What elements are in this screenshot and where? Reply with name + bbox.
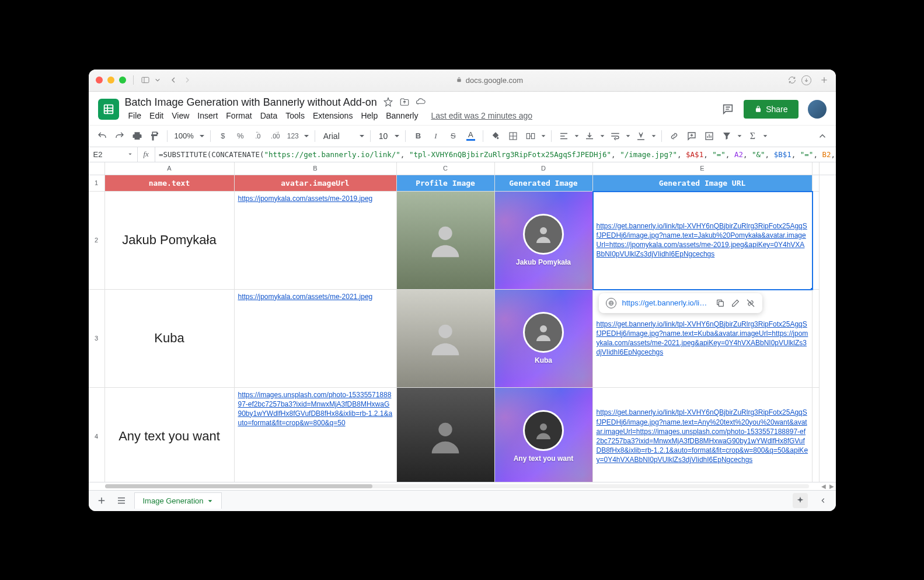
menu-view[interactable]: View	[168, 110, 193, 121]
menu-bannerly[interactable]: Bannerly	[382, 110, 421, 121]
zoom-dropdown[interactable]: 100%	[172, 131, 196, 140]
collapse-toolbar-button[interactable]	[815, 128, 830, 144]
cell-generated-image[interactable]: Jakub Pomykała	[495, 192, 593, 290]
explore-button[interactable]	[793, 493, 808, 508]
document-title[interactable]: Batch Image Generation with Bannerly wit…	[125, 96, 377, 109]
chevron-down-icon[interactable]	[651, 128, 657, 144]
merge-cells-button[interactable]	[523, 128, 538, 144]
header-cell-name[interactable]: name.text	[105, 175, 235, 192]
scroll-right-icon[interactable]: ▶	[828, 483, 836, 489]
cell-name[interactable]: Kuba	[105, 290, 235, 388]
downloads-icon[interactable]	[801, 75, 811, 85]
account-avatar[interactable]	[808, 100, 827, 119]
chevron-down-icon[interactable]	[198, 128, 205, 144]
row-header-2[interactable]: 2	[89, 192, 105, 290]
fill-color-button[interactable]	[488, 128, 503, 144]
cell-profile-image[interactable]	[397, 290, 495, 388]
horizontal-align-button[interactable]	[556, 128, 571, 144]
filter-button[interactable]	[719, 128, 734, 144]
menu-format[interactable]: Format	[222, 110, 255, 121]
copy-link-icon[interactable]	[716, 298, 725, 308]
forward-button[interactable]	[183, 75, 192, 85]
select-all-corner[interactable]	[89, 162, 105, 175]
col-header-c[interactable]: C	[397, 162, 495, 175]
scroll-left-icon[interactable]: ◀	[820, 483, 828, 489]
cell-generated-image[interactable]: Any text you want	[495, 388, 593, 482]
horizontal-scrollbar[interactable]: ◀ ▶	[89, 482, 836, 490]
col-header-b[interactable]: B	[235, 162, 397, 175]
cell-name[interactable]: Any text you want	[105, 388, 235, 482]
chevron-down-icon[interactable]	[207, 498, 213, 504]
print-button[interactable]	[130, 128, 145, 144]
borders-button[interactable]	[505, 128, 521, 144]
italic-button[interactable]: I	[428, 128, 443, 144]
formula-input[interactable]: =SUBSTITUTE(CONCATENATE("https://get.ban…	[155, 150, 836, 159]
insert-link-button[interactable]	[667, 128, 682, 144]
new-tab-button[interactable]	[820, 75, 829, 85]
text-rotation-button[interactable]	[633, 128, 648, 144]
text-wrap-button[interactable]	[608, 128, 623, 144]
cell-avatar-url[interactable]: https://jpomykala.com/assets/me-2019.jpe…	[235, 192, 397, 290]
cell-profile-image[interactable]	[397, 192, 495, 290]
strikethrough-button[interactable]: S	[445, 128, 461, 144]
text-color-button[interactable]: A	[463, 128, 478, 144]
chevron-down-icon[interactable]	[393, 128, 400, 144]
redo-button[interactable]	[112, 128, 127, 144]
add-sheet-button[interactable]	[95, 494, 109, 508]
vertical-align-button[interactable]	[582, 128, 597, 144]
cell-name[interactable]: Jakub Pomykała	[105, 192, 235, 290]
menu-data[interactable]: Data	[257, 110, 281, 121]
address-bar[interactable]: docs.google.com	[197, 76, 783, 85]
menu-file[interactable]: File	[125, 110, 145, 121]
decrease-decimal-button[interactable]: .0←	[250, 128, 266, 144]
sidebar-toggle-icon[interactable]	[141, 75, 150, 85]
name-box[interactable]: E2	[89, 147, 138, 162]
back-button[interactable]	[169, 75, 178, 85]
last-edit-text[interactable]: Last edit was 2 minutes ago	[427, 110, 536, 121]
cell-generated-url[interactable]: https://get.bannerly.io/link/tpl-XVHY6nQ…	[593, 192, 813, 290]
cell-generated-url[interactable]: https://get.bannerly.io/link/tpl-XVHY6nQ…	[593, 388, 813, 482]
col-header-e[interactable]: E	[593, 162, 813, 175]
header-cell-avatar[interactable]: avatar.imageUrl	[235, 175, 397, 192]
insert-comment-button[interactable]	[684, 128, 699, 144]
sheet-tab-active[interactable]: Image Generation	[134, 492, 222, 509]
comments-icon[interactable]	[721, 103, 734, 116]
move-icon[interactable]	[399, 97, 410, 107]
paint-format-button[interactable]	[147, 128, 162, 144]
close-window-button[interactable]	[96, 77, 103, 84]
row-header-4[interactable]: 4	[89, 388, 105, 482]
chevron-down-icon[interactable]	[541, 128, 546, 144]
chevron-down-icon[interactable]	[599, 128, 605, 144]
edit-link-icon[interactable]	[731, 298, 740, 308]
font-size-input[interactable]: 10	[375, 131, 392, 141]
cell-avatar-url[interactable]: https://images.unsplash.com/photo-153355…	[235, 388, 397, 482]
star-icon[interactable]	[383, 97, 393, 107]
maximize-window-button[interactable]	[119, 77, 126, 84]
chevron-down-icon[interactable]	[574, 128, 580, 144]
number-format-dropdown[interactable]: 123	[285, 128, 301, 144]
reload-button[interactable]	[787, 75, 797, 85]
minimize-window-button[interactable]	[107, 77, 114, 84]
header-cell-generated-url[interactable]: Generated Image URL	[593, 175, 813, 192]
menu-extensions[interactable]: Extensions	[309, 110, 356, 121]
unlink-icon[interactable]	[746, 298, 755, 308]
col-header-a[interactable]: A	[105, 162, 235, 175]
bold-button[interactable]: B	[410, 128, 426, 144]
insert-chart-button[interactable]	[702, 128, 717, 144]
row-header-1[interactable]: 1	[89, 175, 105, 192]
row-header-3[interactable]: 3	[89, 290, 105, 388]
col-header-d[interactable]: D	[495, 162, 593, 175]
chevron-down-icon[interactable]	[762, 128, 768, 144]
chevron-down-icon[interactable]	[303, 128, 310, 144]
col-header-extra[interactable]	[813, 162, 820, 175]
header-cell-generated-image[interactable]: Generated Image	[495, 175, 593, 192]
cell-avatar-url[interactable]: https://jpomykala.com/assets/me-2021.jpe…	[235, 290, 397, 388]
chevron-down-icon[interactable]	[358, 128, 365, 144]
chevron-down-icon[interactable]	[737, 128, 742, 144]
link-preview-url[interactable]: https://get.bannerly.io/link...	[622, 298, 710, 307]
side-panel-toggle[interactable]	[816, 494, 830, 508]
share-button[interactable]: Share	[744, 100, 798, 119]
chevron-down-icon[interactable]	[155, 75, 161, 85]
cell-generated-image[interactable]: Kuba	[495, 290, 593, 388]
menu-insert[interactable]: Insert	[194, 110, 221, 121]
